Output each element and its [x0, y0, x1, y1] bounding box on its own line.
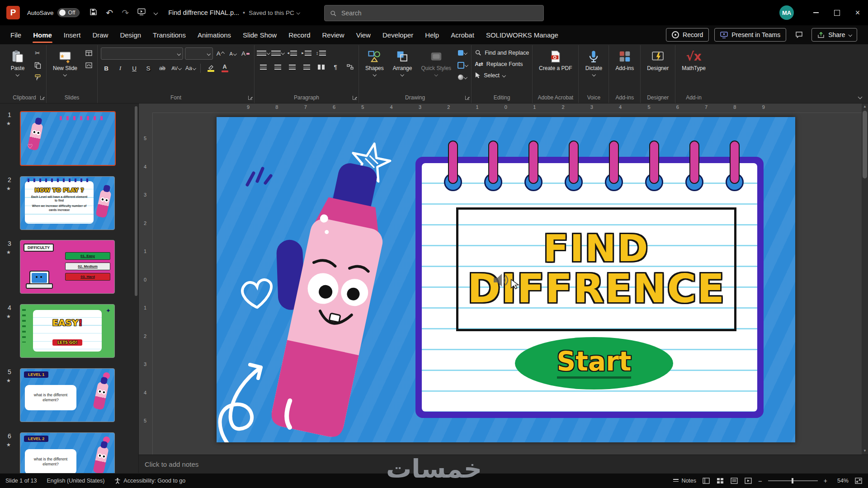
shape-fill-button[interactable]	[457, 47, 468, 58]
scroll-down-icon[interactable]: ▼	[862, 449, 868, 453]
minimize-button[interactable]	[806, 0, 826, 25]
shape-outline-button[interactable]	[457, 60, 468, 70]
tab-help[interactable]: Help	[419, 25, 445, 44]
slide-item-3[interactable]: 3 ★ DIFFICULTY 01. Easy 02. Medium 03. H…	[0, 240, 136, 294]
dictate-button[interactable]: Dictate	[582, 47, 605, 78]
document-title[interactable]: Find diffrence FINAL.p... • Saved to thi…	[168, 9, 299, 16]
tab-record[interactable]: Record	[283, 25, 316, 44]
font-size-select[interactable]	[185, 47, 213, 60]
reset-slide-button[interactable]	[83, 60, 94, 70]
format-painter-button[interactable]	[32, 72, 43, 83]
shapes-button[interactable]: Shapes	[362, 47, 387, 78]
cut-button[interactable]: ✂	[32, 47, 43, 58]
reading-view-button[interactable]	[730, 477, 738, 484]
quick-styles-button[interactable]: Quick Styles	[418, 47, 454, 78]
tab-draw[interactable]: Draw	[86, 25, 114, 44]
zoom-in-button[interactable]: +	[824, 477, 827, 484]
font-dialog-launcher[interactable]	[248, 96, 252, 100]
clipboard-dialog-launcher[interactable]	[40, 96, 44, 100]
zoom-slider[interactable]	[768, 480, 818, 481]
paragraph-dialog-launcher[interactable]	[353, 96, 357, 100]
select-button[interactable]: Select	[475, 70, 529, 80]
close-button[interactable]: ×	[847, 0, 868, 25]
tab-slide-show[interactable]: Slide Show	[237, 25, 283, 44]
replace-fonts-button[interactable]: A⇄ Replace Fonts	[475, 59, 529, 69]
change-case-button[interactable]: Aa	[185, 63, 196, 74]
search-box[interactable]	[324, 5, 544, 21]
columns-button[interactable]	[316, 61, 326, 72]
title-text-box[interactable]: FIND DIFFRENCE	[456, 207, 736, 331]
fit-to-window-button[interactable]	[854, 477, 863, 484]
justify-button[interactable]	[301, 61, 312, 72]
find-replace-button[interactable]: Find and Replace	[475, 47, 529, 58]
record-button[interactable]: Record	[666, 28, 709, 42]
slide-item-6[interactable]: 6 ★ LEVEL 2 what is the different elemen…	[0, 432, 136, 474]
paste-button[interactable]: Paste	[6, 47, 29, 78]
align-right-button[interactable]	[287, 61, 297, 72]
tab-acrobat[interactable]: Acrobat	[445, 25, 480, 44]
autosave-control[interactable]: AutoSave Off	[27, 8, 80, 17]
slide-number-status[interactable]: Slide 1 of 13	[5, 478, 37, 484]
create-pdf-button[interactable]: Create a PDF	[536, 47, 575, 74]
zoom-level[interactable]: 54%	[833, 478, 849, 484]
slide-thumbnail-6[interactable]: LEVEL 2 what is the different element?	[20, 432, 115, 474]
panel-scrollbar[interactable]	[135, 106, 137, 296]
convert-smartart-button[interactable]	[344, 61, 355, 72]
customize-qat-chevron-icon[interactable]	[154, 10, 158, 15]
collapse-ribbon-chevron-icon[interactable]	[858, 95, 863, 99]
shrink-font-button[interactable]: A	[227, 48, 238, 59]
canvas-scrollbar[interactable]: ▲ ▼	[862, 103, 868, 455]
tab-animations[interactable]: Animations	[192, 25, 237, 44]
tab-solidworks-manage[interactable]: SOLIDWORKS Manage	[480, 25, 564, 44]
bold-button[interactable]: B	[101, 63, 112, 74]
crayon-character-graphic[interactable]	[269, 155, 427, 442]
underline-button[interactable]: U	[129, 63, 140, 74]
bullets-button[interactable]	[258, 47, 269, 58]
align-left-button[interactable]	[258, 61, 269, 72]
save-icon[interactable]	[90, 8, 97, 18]
font-name-select[interactable]	[101, 47, 183, 60]
numbering-button[interactable]	[272, 47, 283, 58]
tab-review[interactable]: Review	[316, 25, 350, 44]
horizontal-ruler[interactable]: 9876543210123456789	[152, 103, 862, 113]
text-shadow-button[interactable]: S	[143, 63, 154, 74]
text-direction-button[interactable]: ¶	[330, 61, 341, 72]
accessibility-status[interactable]: Accessibility: Good to go	[114, 478, 185, 484]
slide-thumbnail-1[interactable]: ♡ FIND DIFFRENCE Start	[20, 111, 116, 166]
highlight-color-button[interactable]	[205, 63, 216, 74]
slide-item-4[interactable]: 4 ★ ✦ EASY! LETS GO!	[0, 304, 136, 358]
line-spacing-button[interactable]: ↕	[316, 47, 326, 58]
slide-thumbnail-4[interactable]: ✦ EASY! LETS GO!	[20, 304, 115, 358]
new-slide-button[interactable]: New Slide	[50, 47, 80, 78]
start-slideshow-icon[interactable]	[137, 8, 146, 17]
autosave-toggle[interactable]: Off	[57, 8, 80, 17]
shape-effects-button[interactable]	[457, 72, 468, 83]
align-center-button[interactable]	[272, 61, 283, 72]
scrollbar-thumb[interactable]	[863, 111, 867, 178]
notes-pane[interactable]: Click to add notes	[139, 455, 868, 474]
redo-icon[interactable]: ↷	[122, 9, 129, 17]
slide-thumbnail-5[interactable]: LEVEL 1 what is the different element?	[20, 368, 115, 422]
comments-button[interactable]	[792, 28, 806, 42]
tab-home[interactable]: Home	[27, 25, 58, 44]
tab-transitions[interactable]: Transitions	[147, 25, 192, 44]
start-button-shape[interactable]: Start	[515, 337, 673, 389]
designer-button[interactable]: Designer	[644, 47, 672, 74]
zoom-out-button[interactable]: −	[758, 477, 762, 485]
vertical-ruler[interactable]: 54321012345	[139, 113, 153, 455]
slide-item-5[interactable]: 5 ★ LEVEL 1 what is the different elemen…	[0, 368, 136, 422]
language-status[interactable]: English (United States)	[47, 478, 105, 484]
search-input[interactable]	[340, 9, 538, 17]
slide-thumbnail-2[interactable]: HOW TO PLAY ? Each Level will have a dif…	[20, 176, 115, 230]
tab-design[interactable]: Design	[114, 25, 147, 44]
tab-file[interactable]: File	[5, 25, 27, 44]
decrease-indent-button[interactable]: ◂	[287, 47, 297, 58]
grow-font-button[interactable]: A	[215, 48, 226, 59]
slide-thumbnail-3[interactable]: DIFFICULTY 01. Easy 02. Medium 03. Hard	[20, 240, 115, 294]
clear-formatting-button[interactable]: A	[240, 48, 251, 59]
tab-view[interactable]: View	[350, 25, 377, 44]
undo-icon[interactable]: ↶	[106, 9, 113, 17]
font-color-button[interactable]: A	[219, 63, 230, 74]
drawing-dialog-launcher[interactable]	[465, 96, 469, 100]
copy-button[interactable]	[32, 60, 43, 70]
